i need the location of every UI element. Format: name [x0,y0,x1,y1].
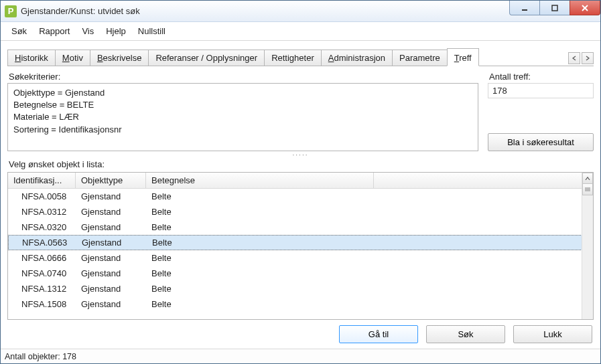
criteria-line: Sortering = Identifikasjonsnr [13,124,472,136]
cell-id: NFSA.0312 [8,205,76,218]
cell-name: Belte [146,252,374,264]
count-label: Antall treff: [489,72,594,82]
cell-id: NFSA.0740 [8,267,76,280]
table-row[interactable]: NFSA.0320GjenstandBelte [8,219,593,235]
criteria-box: Objekttype = GjenstandBetegnelse = BELTE… [7,83,478,151]
app-window: P Gjenstander/Kunst: utvidet søk SøkRapp… [0,0,601,364]
table-row[interactable]: NFSA.0312GjenstandBelte [8,204,593,219]
cell-type: Gjenstand [76,282,146,295]
minimize-button[interactable] [509,1,540,15]
close-button[interactable] [570,1,600,15]
cell-type: Gjenstand [76,236,147,249]
menu-nullstill[interactable]: Nullstill [133,24,171,38]
tab-historikk[interactable]: Historikk [7,50,56,66]
criteria-label: Søkekriterier: [9,72,478,82]
criteria-line: Objekttype = Gjenstand [13,87,472,99]
table-row[interactable]: NFSA.0058GjenstandBelte [8,189,593,204]
cell-id: NFSA.0666 [8,252,76,264]
close-dialog-button[interactable]: Lukk [513,325,592,343]
tab-scroll-left[interactable] [568,52,580,64]
vertical-scrollbar[interactable] [582,173,593,319]
splitter-handle[interactable]: ····· [7,151,594,158]
cell-name: Belte [146,282,374,295]
results-table: Identifikasj... Objekttype Betegnelse NF… [7,172,594,320]
cell-type: Gjenstand [76,190,146,203]
cell-name: Belte [146,190,374,203]
cell-id: NFSA.1508 [8,298,76,310]
tab-scroll-right[interactable] [582,52,594,64]
tab-referanser-opplysninger[interactable]: Referanser / Opplysninger [148,50,265,66]
tab-beskrivelse[interactable]: Beskrivelse [90,50,149,66]
table-row[interactable]: NFSA.1508GjenstandBelte [8,296,593,312]
list-label: Velg ønsket objekt i lista: [9,159,594,169]
tab-treff[interactable]: Treff [447,48,479,66]
criteria-line: Betegnelse = BELTE [13,99,472,111]
col-identifikasjon[interactable]: Identifikasj... [8,173,76,188]
cell-name: Belte [146,205,374,218]
window-title: Gjenstander/Kunst: utvidet søk [21,6,140,16]
cell-id: NFSA.0563 [9,236,76,249]
tabstrip: HistorikkMotivBeskrivelseReferanser / Op… [7,48,594,66]
cell-id: NFSA.1312 [8,282,76,295]
col-spacer [374,173,593,188]
browse-results-button[interactable]: Bla i søkeresultat [488,133,594,151]
tab-scroll [568,52,594,66]
maximize-button[interactable] [539,1,570,15]
svg-rect-1 [552,5,557,11]
cell-type: Gjenstand [76,267,146,280]
statusbar: Antall objekter: 178 [1,349,600,363]
cell-name: Belte [146,298,374,310]
table-body: NFSA.0058GjenstandBelteNFSA.0312Gjenstan… [8,189,593,319]
scroll-thumb[interactable] [582,184,593,195]
tab-region: HistorikkMotivBeskrivelseReferanser / Op… [1,41,600,66]
count-value: 178 [488,83,594,98]
menu-rapport[interactable]: Rapport [34,24,75,38]
cell-id: NFSA.0320 [8,221,76,234]
cell-type: Gjenstand [76,205,146,218]
table-header: Identifikasj... Objekttype Betegnelse [8,173,593,189]
col-objekttype[interactable]: Objekttype [76,173,146,188]
cell-name: Belte [146,267,374,280]
cell-id: NFSA.0058 [8,190,76,203]
app-icon: P [5,5,17,17]
footer-buttons: Gå til Søk Lukk [7,325,594,343]
menu-hjelp[interactable]: Hjelp [101,24,131,38]
tab-rettigheter[interactable]: Rettigheter [264,50,322,66]
tab-content: Søkekriterier: Objekttype = GjenstandBet… [1,66,600,349]
tab-administrasjon[interactable]: Administrasjon [321,50,393,66]
search-button[interactable]: Søk [426,325,505,343]
menu-søk[interactable]: Søk [6,24,32,38]
tab-motiv[interactable]: Motiv [55,50,90,66]
criteria-line: Materiale = LÆR [13,111,472,123]
cell-type: Gjenstand [76,221,146,234]
table-row[interactable]: NFSA.0563GjenstandBelte [8,235,593,250]
tab-parametre[interactable]: Parametre [392,50,448,66]
menubar: SøkRapportVisHjelpNullstill [1,22,600,41]
window-controls [510,1,600,15]
col-betegnelse[interactable]: Betegnelse [146,173,374,188]
cell-name: Belte [147,236,375,249]
go-to-button[interactable]: Gå til [339,325,418,343]
cell-type: Gjenstand [76,252,146,264]
table-row[interactable]: NFSA.0666GjenstandBelte [8,250,593,266]
scroll-up-arrow[interactable] [582,173,593,184]
titlebar: P Gjenstander/Kunst: utvidet søk [1,1,600,22]
table-row[interactable]: NFSA.1312GjenstandBelte [8,281,593,296]
cell-type: Gjenstand [76,298,146,310]
cell-name: Belte [146,221,374,234]
status-text: Antall objekter: 178 [5,352,76,361]
menu-vis[interactable]: Vis [76,24,99,38]
table-row[interactable]: NFSA.0740GjenstandBelte [8,266,593,281]
